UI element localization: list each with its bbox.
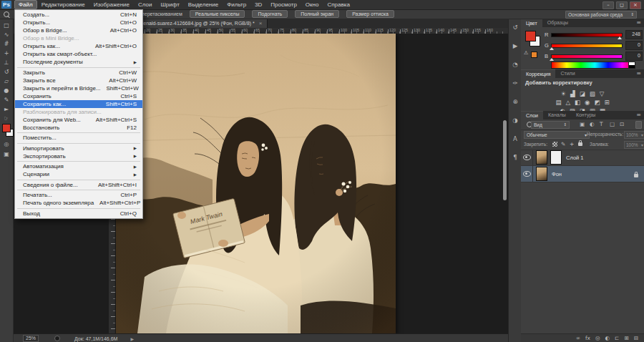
crop-tool-icon[interactable]: # [0,40,13,49]
blur-tool-icon[interactable]: ● [0,87,13,95]
screen-mode-icon[interactable]: ▣ [0,150,13,159]
menubar-item[interactable]: Окно [301,0,323,9]
file-menu-item[interactable]: Закрыть всеAlt+Ctrl+W [15,77,142,84]
lock-pixels-icon[interactable]: ✎ [561,141,565,148]
panel-menu-icon[interactable]: ≡ [636,69,644,78]
channel-slider[interactable] [551,54,623,59]
color-panel-tab-0[interactable]: Цвет [521,19,542,27]
file-menu-item[interactable]: Сведения о файле...Alt+Shift+Ctrl+I [15,181,142,189]
pixel-layers-filter-icon[interactable]: ▣ [580,120,585,128]
menubar-item[interactable]: Слои [134,0,156,9]
rectangular-marquee-tool-icon[interactable]: □ [0,21,13,30]
history-panel-icon[interactable]: ↺ [509,23,522,31]
file-menu-item[interactable]: Обзор в Mini Bridge... [15,34,142,42]
panel-menu-icon[interactable]: ≡ [636,19,644,27]
options-button[interactable]: Размер оттиска [346,10,394,18]
healing-brush-tool-icon[interactable]: + [0,49,13,58]
path-selection-tool-icon[interactable]: ► [0,105,13,114]
canvas[interactable]: Mark Twain [116,34,396,333]
file-menu-item[interactable]: Сохранить для Web...Alt+Shift+Ctrl+S [15,116,142,124]
color-panel-tab-1[interactable]: Образцы [542,19,573,27]
file-menu-item[interactable]: Сохранить как...Shift+Ctrl+S [15,100,142,108]
file-menu-item[interactable]: Открыть...Ctrl+O [15,19,142,26]
menubar-item[interactable]: Выделение [184,0,223,9]
adjustment-layers-filter-icon[interactable]: ◐ [590,120,595,128]
menubar-item[interactable]: Шрифт [156,0,183,9]
slider-thumb-icon[interactable] [618,36,622,39]
adjustments-panel-tab-0[interactable]: Коррекция [521,69,555,78]
quick-mask-icon[interactable]: ◎ [0,140,13,149]
file-menu-item[interactable]: Сценарии▶ [15,170,142,178]
channel-value-field[interactable]: 0 [625,41,643,50]
filter-switch-icon[interactable] [635,121,642,129]
file-menu-item[interactable]: Печатать...Ctrl+P [15,191,142,199]
character-panel-icon[interactable]: A [509,135,522,143]
file-menu-item[interactable]: Автоматизация▶ [15,162,142,170]
smart-object-filter-icon[interactable]: ⊡ [620,120,624,128]
blend-mode-dropdown[interactable]: Обычные ▾ [524,131,590,139]
clone-stamp-tool-icon[interactable]: ⊥ [0,59,13,67]
channel-value-field[interactable]: 248 [625,30,643,39]
minimize-button[interactable]: – [602,1,614,9]
options-button[interactable]: Реальные пикселы [190,10,245,18]
menubar-item[interactable]: Просмотр [266,0,301,9]
lasso-tool-icon[interactable]: ∿ [0,31,13,39]
menubar-item[interactable]: Фильтр [223,0,250,9]
layer-row[interactable]: Фон [521,166,644,182]
visibility-toggle[interactable] [521,150,533,165]
visibility-toggle[interactable] [521,166,533,182]
file-menu-item[interactable]: ЗакрытьCtrl+W [15,69,142,77]
zoom-level-field[interactable]: 25% [23,335,39,342]
color-spectrum-bar[interactable] [551,62,635,69]
lock-position-icon[interactable]: + [570,141,574,148]
file-menu-item[interactable]: ВосстановитьF12 [15,124,142,132]
file-menu-item[interactable]: Разблокировать для записи... [15,108,142,116]
lock-all-icon[interactable] [578,141,582,148]
tab-close-icon[interactable]: × [259,21,263,26]
panel-menu-icon[interactable]: ≡ [636,111,644,119]
new-group-icon[interactable]: ⊏ [615,335,619,342]
file-menu-item[interactable]: Экспортировать▶ [15,152,142,160]
foreground-color-swatch[interactable] [2,124,11,132]
slider-thumb-icon[interactable] [550,47,554,50]
file-menu-item[interactable]: Импортировать▶ [15,145,142,152]
options-button[interactable]: Подогнать [252,10,288,18]
layers-panel-tab-0[interactable]: Слои [521,111,543,119]
delete-layer-icon[interactable]: ⊟ [634,335,638,342]
menubar-item[interactable]: Файл [14,0,37,9]
adjustment-panel-icon[interactable]: ◑ [509,116,522,124]
brush-panel-icon[interactable]: ✑ [509,79,522,87]
status-options-arrow-icon[interactable]: ▶ [130,336,134,341]
panel-foreground-swatch[interactable] [525,31,536,41]
file-menu-item[interactable]: Печать одного экземпляраAlt+Shift+Ctrl+P [15,199,142,207]
clone-source-panel-icon[interactable]: ⊕ [509,97,522,106]
adjustments-panel-tab-1[interactable]: Стили [555,69,580,78]
layers-panel-tab-1[interactable]: Каналы [543,111,571,119]
options-button[interactable]: Полный экран [295,10,339,18]
file-menu-item[interactable]: Открыть как...Alt+Shift+Ctrl+O [15,42,142,50]
history-brush-tool-icon[interactable]: ↺ [0,68,13,77]
fill-field[interactable]: 100% ▾ [624,141,644,149]
file-menu-item[interactable]: Поместить... [15,134,142,142]
layers-panel-tab-2[interactable]: Контуры [571,111,600,119]
paragraph-panel-icon[interactable]: ¶ [509,153,522,162]
file-menu-item[interactable]: СохранитьCtrl+S [15,92,142,100]
shape-layers-filter-icon[interactable]: □ [610,120,615,128]
file-menu-item[interactable]: Закрыть и перейти в Bridge...Shift+Ctrl+… [15,84,142,92]
new-adjustment-layer-icon[interactable]: ◐ [605,335,610,342]
properties-panel-icon[interactable]: ◔ [509,60,522,69]
layer-style-icon[interactable]: fx [585,335,590,342]
hand-tool-icon[interactable]: ☞ [0,114,13,123]
menubar-item[interactable]: Изображение [89,0,134,9]
file-menu-item[interactable]: Обзор в Bridge...Alt+Ctrl+O [15,26,142,34]
restore-button[interactable]: ◻ [616,1,628,9]
channel-slider[interactable] [551,44,623,48]
lock-transparency-icon[interactable] [552,142,557,147]
menubar-item[interactable]: 3D [250,0,266,9]
menubar-item[interactable]: Справка [323,0,353,9]
eraser-tool-icon[interactable]: ▱ [0,77,13,86]
new-layer-icon[interactable]: ⊞ [624,335,628,342]
file-menu-item[interactable]: ВыходCtrl+Q [15,210,142,218]
menubar-item[interactable]: Редактирование [37,0,89,9]
file-menu-item[interactable]: Открыть как смарт-объект... [15,50,142,58]
